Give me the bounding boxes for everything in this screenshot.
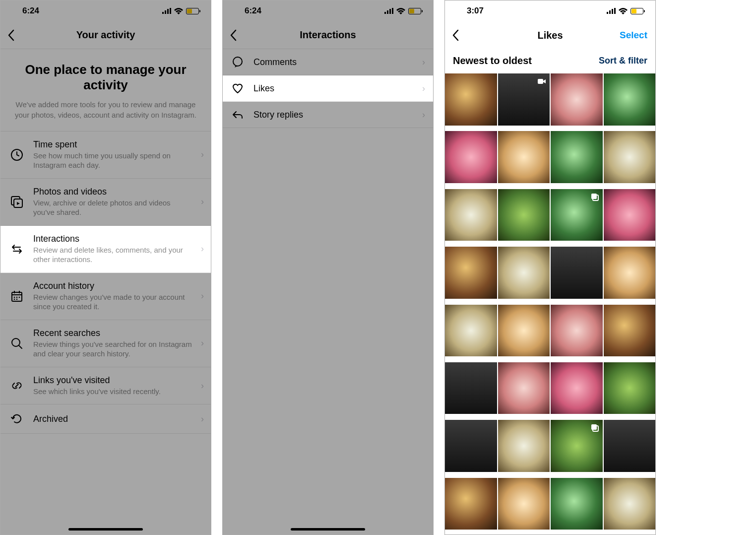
battery-icon — [630, 8, 643, 14]
link-icon — [9, 379, 24, 392]
status-time: 3:07 — [467, 6, 484, 16]
svg-line-17 — [19, 345, 22, 348]
liked-post-thumb[interactable] — [445, 478, 497, 530]
reply-icon — [231, 109, 245, 121]
liked-post-thumb[interactable] — [498, 478, 550, 530]
nav-header: Your activity — [0, 21, 211, 49]
liked-post-thumb[interactable] — [604, 478, 656, 530]
svg-point-11 — [14, 297, 15, 298]
sort-filter-button[interactable]: Sort & filter — [599, 56, 647, 66]
back-button[interactable] — [7, 29, 14, 41]
menu-subtitle: See which links you've visited recently. — [33, 387, 192, 397]
home-indicator[interactable] — [291, 528, 365, 531]
calendar-icon — [9, 290, 24, 303]
liked-post-thumb[interactable] — [498, 131, 550, 183]
menu-links-visited[interactable]: Links you've visited See which links you… — [0, 367, 211, 405]
liked-post-thumb[interactable] — [551, 73, 603, 126]
liked-post-thumb[interactable] — [551, 478, 603, 530]
liked-post-thumb[interactable] — [445, 420, 497, 472]
svg-point-22 — [233, 57, 242, 66]
status-right — [607, 8, 643, 14]
chevron-right-icon: › — [422, 57, 425, 67]
menu-archived[interactable]: Archived › — [0, 404, 211, 434]
filter-bar: Newest to oldest Sort & filter — [445, 49, 655, 73]
hero-subtitle: We've added more tools for you to review… — [10, 100, 201, 120]
row-likes[interactable]: Likes › — [223, 75, 433, 102]
liked-post-thumb[interactable] — [445, 247, 497, 299]
menu-title: Interactions — [33, 234, 192, 244]
screen-your-activity: 6:24 Your activity One place to manage y… — [0, 0, 211, 535]
liked-post-thumb[interactable] — [551, 420, 603, 472]
liked-post-thumb[interactable] — [551, 305, 603, 357]
liked-post-thumb[interactable] — [551, 189, 603, 241]
nav-title: Your activity — [76, 29, 135, 41]
svg-rect-3 — [170, 8, 171, 14]
wifi-icon — [174, 8, 183, 14]
liked-post-thumb[interactable] — [445, 305, 497, 357]
search-icon — [9, 337, 24, 350]
svg-point-14 — [14, 299, 15, 300]
svg-point-12 — [16, 297, 18, 298]
menu-recent-searches[interactable]: Recent searches Review things you've sea… — [0, 320, 211, 367]
liked-post-thumb[interactable] — [604, 73, 656, 126]
battery-icon — [408, 8, 421, 14]
back-button[interactable] — [230, 29, 237, 41]
menu-time-spent[interactable]: Time spent See how much time you usually… — [0, 132, 211, 179]
liked-post-thumb[interactable] — [445, 131, 497, 183]
liked-post-thumb[interactable] — [498, 362, 550, 414]
video-icon — [537, 76, 547, 86]
menu-title: Links you've visited — [33, 375, 192, 386]
menu-subtitle: Review things you've searched for on Ins… — [33, 339, 192, 359]
liked-post-thumb[interactable] — [498, 305, 550, 357]
liked-post-thumb[interactable] — [551, 362, 603, 414]
status-time: 6:24 — [22, 6, 39, 16]
likes-grid[interactable] — [445, 73, 655, 535]
liked-post-thumb[interactable] — [604, 362, 656, 414]
menu-subtitle: Review and delete likes, comments, and y… — [33, 245, 192, 265]
menu-title: Archived — [33, 414, 192, 424]
status-bar: 6:24 — [223, 0, 433, 21]
cellular-icon — [162, 8, 171, 14]
liked-post-thumb[interactable] — [498, 189, 550, 241]
liked-post-thumb[interactable] — [604, 131, 656, 183]
svg-rect-28 — [591, 194, 597, 199]
wifi-icon — [619, 8, 628, 14]
svg-point-13 — [19, 297, 20, 298]
svg-rect-24 — [609, 10, 611, 14]
cellular-icon — [384, 8, 393, 14]
liked-post-thumb[interactable] — [498, 420, 550, 472]
nav-header: Interactions — [223, 21, 433, 49]
svg-rect-21 — [392, 8, 393, 14]
back-button[interactable] — [452, 29, 459, 41]
chevron-right-icon: › — [201, 291, 204, 301]
clock-icon — [9, 148, 24, 161]
nav-title: Interactions — [300, 29, 356, 41]
select-button[interactable]: Select — [620, 30, 647, 41]
liked-post-thumb[interactable] — [604, 305, 656, 357]
liked-post-thumb[interactable] — [498, 247, 550, 299]
menu-interactions[interactable]: Interactions Review and delete likes, co… — [0, 226, 211, 273]
liked-post-thumb[interactable] — [604, 189, 656, 241]
activity-hero: One place to manage your activity We've … — [0, 49, 211, 132]
liked-post-thumb[interactable] — [551, 247, 603, 299]
screen-interactions: 6:24 Interactions Comments › Likes › Sto… — [222, 0, 434, 535]
liked-post-thumb[interactable] — [551, 131, 603, 183]
sort-label: Newest to oldest — [453, 55, 532, 67]
menu-title: Time spent — [33, 139, 192, 150]
liked-post-thumb[interactable] — [498, 73, 550, 126]
menu-account-history[interactable]: Account history Review changes you've ma… — [0, 273, 211, 320]
battery-icon — [186, 8, 199, 14]
activity-menu: Time spent See how much time you usually… — [0, 132, 211, 434]
menu-photos-videos[interactable]: Photos and videos View, archive or delet… — [0, 179, 211, 226]
row-comments[interactable]: Comments › — [223, 49, 433, 75]
row-story-replies[interactable]: Story replies › — [223, 102, 433, 128]
liked-post-thumb[interactable] — [445, 189, 497, 241]
liked-post-thumb[interactable] — [445, 362, 497, 414]
liked-post-thumb[interactable] — [604, 420, 656, 472]
cellular-icon — [607, 8, 616, 14]
liked-post-thumb[interactable] — [445, 73, 497, 126]
row-label: Comments — [253, 57, 413, 67]
menu-subtitle: See how much time you usually spend on I… — [33, 151, 192, 170]
liked-post-thumb[interactable] — [604, 247, 656, 299]
home-indicator[interactable] — [68, 528, 143, 531]
